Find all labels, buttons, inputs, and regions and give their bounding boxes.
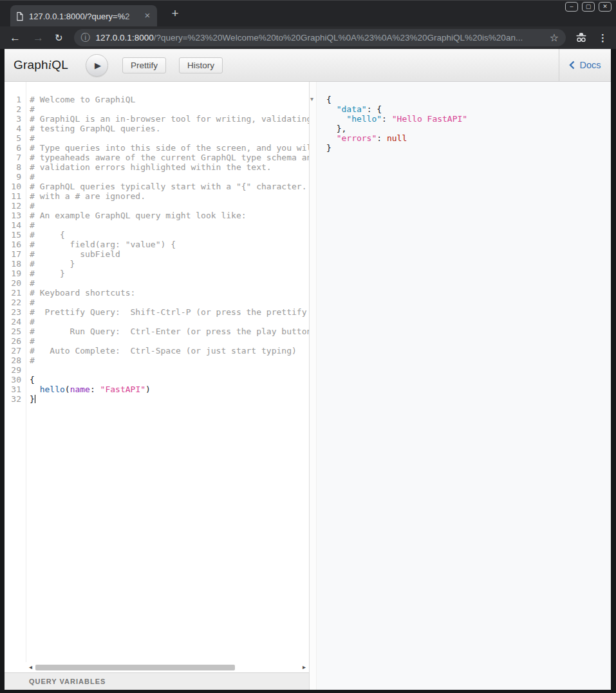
editor-line: 28# [5,356,309,365]
line-number: 4 [5,124,26,133]
query-editor-pane: 1# Welcome to GraphiQL2#3# GraphiQL is a… [5,82,309,690]
tab-title-fade [124,5,140,27]
line-number: 27 [5,346,26,356]
query-variables-bar[interactable]: QUERY VARIABLES [5,672,309,690]
scroll-right-arrow-icon[interactable]: ▸ [303,664,306,670]
editor-line: 19# } [5,269,309,278]
editor-line: 1# Welcome to GraphiQL [5,95,309,104]
editor-line: 29 [5,365,309,375]
scrollbar-thumb[interactable] [35,665,235,670]
panes: 1# Welcome to GraphiQL2#3# GraphiQL is a… [5,82,611,690]
incognito-icon [574,32,588,43]
editor-line: 23# Prettify Query: Shift-Ctrl-P (or pre… [5,307,309,317]
line-number: 6 [5,143,26,153]
result-line: }, [322,124,611,133]
window-close-button[interactable]: ✕ [599,2,611,12]
editor-line: 7# typeaheads aware of the current Graph… [5,153,309,162]
line-number: 14 [5,220,26,230]
line-number: 9 [5,172,26,182]
line-number: 1 [5,95,26,104]
history-button[interactable]: History [179,57,223,73]
site-info-icon[interactable]: ⓘ [81,32,90,44]
editor-line: 11# with a # are ignored. [5,191,309,201]
address-bar[interactable]: ⓘ 127.0.0.1:8000/?query=%23%20Welcome%20… [74,29,566,46]
line-number: 2 [5,104,26,114]
line-number: 20 [5,278,26,288]
bookmark-star-icon[interactable]: ☆ [550,32,559,44]
editor-line: 8# validation errors highlighted within … [5,162,309,172]
editor-line: 15# { [5,230,309,240]
close-icon: ✕ [602,4,608,10]
scroll-left-arrow-icon[interactable]: ◂ [29,664,32,670]
graphiql-topbar: GraphiQL ▶ Prettify History Docs [5,49,611,82]
line-number: 7 [5,153,26,162]
fold-arrow-icon[interactable]: ▾ [310,95,313,102]
horizontal-scrollbar[interactable]: ◂ ▸ [5,662,309,672]
editor-line: 10# GraphQL queries typically start with… [5,182,309,191]
editor-line: 22# [5,298,309,307]
tab-close-icon[interactable]: × [142,10,153,21]
chevron-left-icon [569,61,575,70]
page-favicon-icon [15,12,24,21]
reload-button[interactable]: ↻ [55,33,63,43]
line-number: 24 [5,317,26,327]
tab-title: 127.0.0.1:8000/?query=%2 [29,12,131,21]
editor-line: 32} [5,394,309,404]
line-number: 22 [5,298,26,307]
query-editor[interactable]: 1# Welcome to GraphiQL2#3# GraphiQL is a… [5,82,309,662]
docs-toggle[interactable]: Docs [559,49,611,81]
execute-query-button[interactable]: ▶ [86,54,108,77]
text-cursor [35,395,36,403]
editor-line: 14# [5,220,309,230]
graphiql-logo: GraphiQL [14,58,68,72]
result-line: "errors": null [322,133,611,143]
browser-window: 127.0.0.1:8000/?query=%2 × + – ▢ ✕ ← → ↻… [0,0,616,693]
maximize-icon: ▢ [586,4,592,10]
editor-line: 25# Run Query: Ctrl-Enter (or press the … [5,327,309,336]
prettify-button[interactable]: Prettify [122,57,166,73]
url-host: 127.0.0.1:8000 [96,33,154,43]
result-viewer: { "data": { "hello": "Hello FastAPI" }, … [322,95,611,153]
editor-line: 27# Auto Complete: Ctrl-Space (or just s… [5,346,309,356]
line-number: 13 [5,211,26,220]
new-tab-button[interactable]: + [169,6,182,21]
url-path: /?query=%23%20Welcome%20to%20GraphiQL%0A… [154,33,523,43]
line-number: 15 [5,230,26,240]
line-number: 29 [5,365,26,375]
result-line: { [322,95,611,104]
editor-line: 3# GraphiQL is an in-browser tool for wr… [5,114,309,124]
browser-tab[interactable]: 127.0.0.1:8000/?query=%2 × [10,5,157,27]
editor-line: 4# testing GraphQL queries. [5,124,309,133]
line-number: 25 [5,327,26,336]
editor-line: 9# [5,172,309,182]
result-pane: { "data": { "hello": "Hello FastAPI" }, … [317,82,611,690]
line-number: 32 [5,394,26,404]
query-variables-label: QUERY VARIABLES [29,678,106,685]
editor-line: 24# [5,317,309,327]
line-number: 28 [5,356,26,365]
line-number: 12 [5,201,26,211]
result-line: "data": { [322,104,611,114]
line-number: 19 [5,269,26,278]
editor-line: 13# An example GraphQL query might look … [5,211,309,220]
docs-label: Docs [579,60,601,70]
line-number: 11 [5,191,26,201]
editor-line: 6# Type queries into this side of the sc… [5,143,309,153]
editor-line: 12# [5,201,309,211]
window-maximize-button[interactable]: ▢ [582,2,595,12]
editor-line: 16# field(arg: "value") { [5,240,309,249]
browser-menu-icon[interactable]: ⋮ [598,32,608,44]
editor-line: 5# [5,133,309,143]
url-text[interactable]: 127.0.0.1:8000/?query=%23%20Welcome%20to… [96,33,545,43]
editor-line: 26# [5,336,309,346]
line-number: 17 [5,249,26,259]
editor-line: 18# } [5,259,309,269]
editor-line: 21# Keyboard shortcuts: [5,288,309,298]
pane-resize-divider[interactable]: ▾ [309,82,317,690]
back-button[interactable]: ← [10,32,21,43]
minimize-icon: – [570,4,573,10]
window-minimize-button[interactable]: – [565,2,578,12]
editor-line: 17# subField [5,249,309,259]
line-number: 10 [5,182,26,191]
result-line: } [322,143,611,153]
